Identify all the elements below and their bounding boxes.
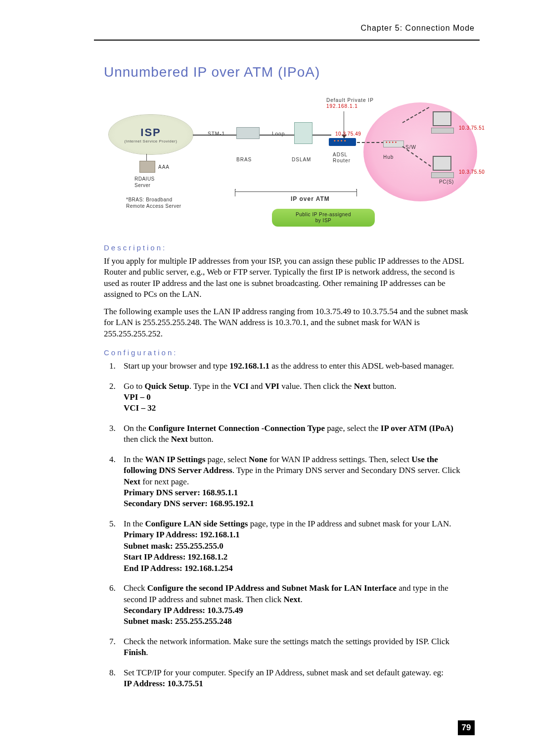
t: Finish — [124, 648, 146, 657]
dslam-device-icon — [294, 122, 312, 144]
dslam-label: DSLAM — [292, 157, 311, 162]
loop-label: Loop — [272, 131, 285, 137]
t: Subnet mask — [124, 541, 170, 551]
page-content: Unnumbered IP over ATM (IPoA) ISP (Inter… — [104, 64, 470, 699]
t: : 255.255.255.248 — [170, 616, 232, 626]
bras-label: BRAS — [236, 157, 252, 162]
description-paragraph-1: If you apply for multiple IP addresses f… — [104, 256, 470, 300]
public-ip-pill: Public IP Pre-assigned by ISP — [272, 209, 375, 227]
isp-sublabel: (Internet Service Provider) — [125, 139, 178, 143]
configuration-heading: Configuration: — [104, 348, 470, 357]
chapter-header: Chapter 5: Connection Mode — [360, 24, 475, 33]
step-5: In the Configure LAN side Settings page,… — [118, 519, 470, 574]
description-paragraph-2: The following example uses the LAN IP ad… — [104, 306, 470, 339]
step-2: Go to Quick Setup. Type in the VCI and V… — [118, 381, 470, 414]
t: . — [300, 595, 302, 604]
t: page, type in the IP address and subnet … — [248, 519, 451, 528]
step-6: Check Configure the second IP Address an… — [118, 583, 470, 627]
t: VPI – 0 — [124, 392, 151, 402]
t: IP Address: 10.3.75.51 — [124, 679, 203, 688]
bras-footnote: *BRAS: Broadband Remote Access Server — [126, 196, 181, 209]
t: Primary IP Address — [124, 530, 195, 539]
t: Next — [124, 477, 140, 486]
t: and — [249, 381, 265, 391]
line — [146, 154, 147, 161]
pc-ip-1: 10.3.75.51 — [459, 125, 485, 131]
page-title: Unnumbered IP over ATM (IPoA) — [104, 64, 470, 80]
adsl-router-icon — [329, 138, 356, 146]
aaa-label: AAA — [158, 164, 170, 170]
pcs-label: PC(S) — [439, 179, 454, 185]
t: Check — [124, 583, 147, 593]
t: Configure the second IP Address and Subn… — [147, 583, 397, 593]
t: Set TCP/IP for your computer. Specify an… — [124, 668, 444, 677]
step-4: In the WAN IP Settings page, select None… — [118, 454, 470, 510]
t: Subnet mask — [124, 616, 170, 626]
t: then click the — [124, 434, 171, 444]
ipoa-label: IP over ATM — [291, 195, 330, 202]
t: button. — [371, 381, 397, 391]
radius-label: RDAIUS Server — [134, 176, 155, 189]
hub-icon — [383, 141, 404, 147]
t: : 10.3.75.49 — [202, 606, 243, 615]
t: Configure LAN side Settings — [145, 519, 248, 528]
t: In the — [124, 519, 145, 528]
bras-device-icon — [236, 127, 260, 139]
t: . Type in the — [189, 381, 233, 391]
t: value. Then click the — [279, 381, 354, 391]
default-ip-value: 192.168.1.1 — [326, 103, 358, 109]
dashed-link — [357, 142, 384, 143]
t: End IP Address: 192.168.1.254 — [124, 564, 233, 573]
adsl-router-label: ADSL Router — [333, 152, 351, 164]
t: On the — [124, 424, 148, 433]
t: as the address to enter this ADSL web-ba… — [269, 361, 454, 371]
router-ip-label: 10.3.75.49 — [335, 131, 361, 137]
step-3: On the Configure Internet Connection -Co… — [118, 423, 470, 445]
t: IP over ATM (IPoA) — [381, 424, 453, 433]
t: VCI — [233, 381, 248, 391]
t: : 255.255.255.0 — [170, 541, 223, 551]
lan-ellipse — [363, 102, 477, 201]
isp-label: ISP — [140, 126, 161, 139]
t: Configure Internet Connection -Connectio… — [148, 424, 325, 433]
hub-label: Hub — [383, 154, 394, 160]
aaa-server-icon — [139, 161, 155, 173]
t: Go to — [124, 381, 145, 391]
t: VCI – 32 — [124, 403, 156, 413]
pc-icon — [431, 156, 453, 178]
t: In the — [124, 455, 145, 464]
t: WAN IP Settings — [145, 455, 205, 464]
t: page, select — [205, 455, 249, 464]
t: None — [249, 455, 267, 464]
t: : 192.168.1.1 — [195, 530, 240, 539]
t: Secondary IP Address — [124, 606, 202, 615]
t: page, select the — [325, 424, 381, 433]
configuration-steps: Start up your browser and type 192.168.1… — [104, 361, 470, 690]
t: for WAN IP address settings. Then, selec… — [267, 455, 411, 464]
step-1: Start up your browser and type 192.168.1… — [118, 361, 470, 372]
t: Check the network information. Make sure… — [124, 637, 449, 646]
pc-ip-2: 10.3.75.50 — [459, 169, 485, 175]
t: Next — [283, 595, 300, 604]
t: button. — [188, 434, 214, 444]
step-7: Check the network information. Make sure… — [118, 636, 470, 659]
t: . — [146, 648, 148, 657]
network-diagram: ISP (Internet Service Provider) AAA RDAI… — [104, 93, 470, 231]
page-number: 79 — [458, 720, 475, 735]
t: Quick Setup — [145, 381, 189, 391]
t: for next page. — [140, 477, 189, 486]
t: VPI — [265, 381, 279, 391]
header-rule — [94, 40, 480, 41]
bracket-end — [356, 189, 357, 196]
t: 192.168.1.1 — [229, 361, 269, 371]
t: Primary DNS server: 168.95.1.1 — [124, 488, 238, 497]
description-heading: Description: — [104, 243, 470, 252]
bracket-end — [235, 189, 236, 196]
t: . Type in the Primary DNS server and Sec… — [232, 466, 460, 475]
bracket-line — [235, 191, 356, 192]
t: Next — [171, 434, 188, 444]
stm-label: STM-1 — [208, 131, 225, 137]
t: Secondary DNS server: 168.95.192.1 — [124, 499, 254, 508]
t: Start IP Address: 192.168.1.2 — [124, 552, 227, 562]
pc-icon — [431, 111, 453, 134]
